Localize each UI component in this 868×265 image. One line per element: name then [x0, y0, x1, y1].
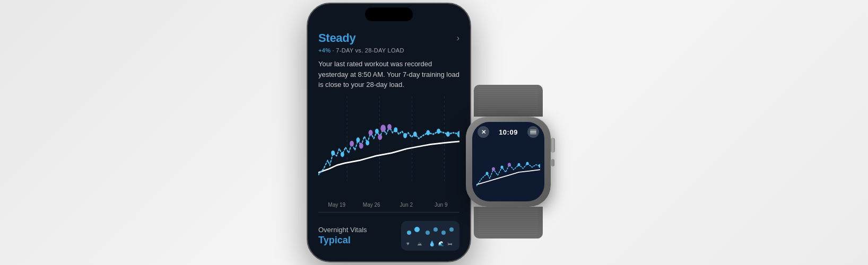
svg-point-17 [413, 131, 417, 137]
apple-watch: ✕ 10:09 [455, 85, 561, 212]
chart-label-jun9: Jun 9 [424, 202, 459, 208]
overnight-vitals-section[interactable]: Overnight Vitals Typical [318, 217, 459, 253]
svg-point-7 [378, 134, 382, 140]
chart-label-may26: May 26 [354, 202, 389, 208]
iphone-screen: Steady › +4% · 7-DAY vs. 28-DAY LOAD You… [308, 4, 470, 261]
svg-text:💧: 💧 [429, 240, 436, 247]
svg-point-38 [526, 162, 529, 165]
chart-label-jun2: Jun 2 [389, 202, 424, 208]
watch-crown [551, 138, 555, 153]
training-load-chart [318, 96, 459, 198]
watch-body: ✕ 10:09 [466, 117, 551, 207]
training-load-title: Steady [318, 31, 355, 45]
overnight-vitals-value: Typical [318, 235, 367, 246]
iphone-notch-area [308, 4, 470, 25]
svg-point-20 [446, 131, 450, 137]
watch-band-bottom [474, 207, 543, 238]
svg-point-23 [414, 227, 420, 232]
svg-point-18 [426, 130, 430, 135]
watch-menu-line-2 [530, 131, 536, 132]
iphone-vol-down-btn [307, 94, 307, 117]
svg-point-14 [375, 128, 379, 134]
overnight-chart-svg: ♥ ⛰ 💧 🌊 🛏 [401, 221, 459, 251]
chart-label-may19: May 19 [319, 202, 354, 208]
iphone-silent-btn [307, 46, 307, 61]
section-header: Steady › [318, 31, 459, 45]
svg-text:⛰: ⛰ [417, 241, 422, 246]
chart-svg [318, 96, 459, 198]
svg-point-36 [501, 166, 504, 169]
svg-point-10 [331, 150, 335, 155]
watch-screen: ✕ 10:09 [472, 122, 544, 201]
load-change-percent: +4% [318, 47, 331, 54]
svg-point-8 [387, 123, 392, 129]
svg-point-19 [437, 128, 440, 134]
svg-point-5 [359, 143, 363, 148]
watch-band-top [474, 85, 543, 117]
watch-top-bar: ✕ 10:09 [472, 122, 544, 140]
svg-point-12 [356, 137, 360, 143]
overnight-vitals-info: Overnight Vitals Typical [318, 226, 367, 246]
svg-point-15 [394, 127, 397, 132]
svg-text:🛏: 🛏 [448, 241, 453, 246]
watch-menu-button[interactable] [527, 126, 539, 138]
training-load-section: Steady › +4% · 7-DAY vs. 28-DAY LOAD You… [318, 31, 459, 208]
iphone: Steady › +4% · 7-DAY vs. 28-DAY LOAD You… [307, 3, 471, 262]
training-load-description: Your last rated workout was recorded yes… [318, 59, 459, 90]
svg-text:♥: ♥ [406, 241, 410, 246]
svg-point-9 [380, 125, 386, 132]
iphone-vol-up-btn [307, 66, 307, 90]
chevron-right-icon[interactable]: › [457, 33, 459, 43]
scene: Steady › +4% · 7-DAY vs. 28-DAY LOAD You… [0, 0, 868, 265]
chart-date-labels: May 19 May 26 Jun 2 Jun 9 [318, 200, 459, 208]
watch-close-button[interactable]: ✕ [478, 126, 489, 138]
svg-point-11 [341, 152, 344, 157]
svg-point-35 [486, 172, 489, 175]
svg-point-24 [426, 231, 430, 235]
svg-point-6 [369, 129, 373, 135]
watch-chart-svg [476, 141, 540, 197]
watch-time-display: 10:09 [499, 128, 518, 136]
svg-point-33 [492, 167, 495, 171]
training-load-subtitle: +4% · 7-DAY vs. 28-DAY LOAD [318, 47, 459, 54]
svg-point-4 [350, 140, 354, 146]
svg-point-39 [539, 164, 540, 168]
watch-menu-line-1 [530, 130, 536, 131]
watch-training-chart [472, 140, 544, 201]
svg-point-13 [366, 140, 369, 145]
svg-text:🌊: 🌊 [438, 241, 445, 247]
svg-point-26 [441, 231, 446, 235]
watch-x-icon: ✕ [481, 129, 486, 136]
watch-side-button [551, 159, 554, 166]
svg-point-27 [449, 227, 454, 232]
svg-point-37 [518, 163, 520, 166]
overnight-vitals-label: Overnight Vitals [318, 226, 367, 234]
load-period-label: 7-DAY vs. 28-DAY LOAD [336, 47, 404, 54]
iphone-content: Steady › +4% · 7-DAY vs. 28-DAY LOAD You… [308, 25, 470, 261]
svg-point-34 [508, 163, 511, 166]
svg-point-25 [433, 227, 438, 232]
overnight-vitals-chart: ♥ ⛰ 💧 🌊 🛏 [401, 221, 459, 251]
section-divider [318, 212, 459, 213]
watch-menu-line-3 [530, 134, 536, 135]
svg-point-22 [407, 231, 411, 235]
dynamic-island [365, 7, 413, 21]
svg-point-16 [403, 133, 407, 138]
